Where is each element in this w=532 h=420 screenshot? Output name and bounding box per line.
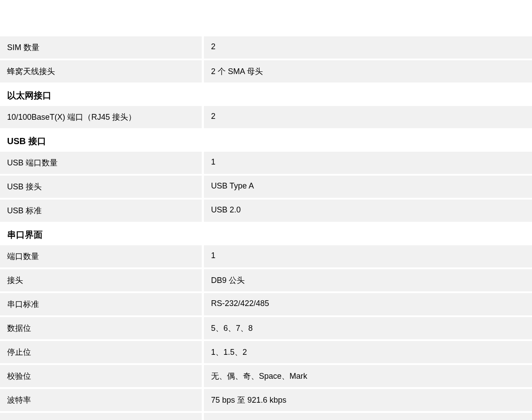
spec-value: USB 2.0	[204, 200, 532, 222]
section-title-usb: USB 接口	[0, 130, 532, 152]
spec-value: 2 个 SMA 母头	[204, 60, 532, 82]
spec-label: USB 端口数量	[0, 152, 202, 174]
spec-label: 停止位	[0, 341, 202, 363]
spec-value: 1	[204, 152, 532, 174]
spec-label: 波特率	[0, 389, 202, 411]
spec-label: USB 标准	[0, 200, 202, 222]
spec-value: 1	[204, 245, 532, 267]
spec-label: 接头	[0, 269, 202, 291]
table-row: 端口数量 1	[0, 245, 532, 267]
spec-label: USB 接头	[0, 176, 202, 198]
spec-label: Console 端口	[0, 413, 202, 420]
spec-label: 10/100BaseT(X) 端口（RJ45 接头）	[0, 106, 202, 128]
spec-value: USB Type A	[204, 176, 532, 198]
section-title-ethernet: 以太网接口	[0, 84, 532, 106]
spec-value: 无、偶、奇、Space、Mark	[204, 365, 532, 387]
section-title-serial: 串口界面	[0, 224, 532, 245]
table-row: Console 端口 RS-232（TxD、RxD、GND），4-pin 接头输…	[0, 413, 532, 420]
spec-value: RS-232/422/485	[204, 293, 532, 315]
table-row: 接头 DB9 公头	[0, 269, 532, 291]
table-row: SIM 数量 2	[0, 36, 532, 59]
table-row: USB 端口数量 1	[0, 152, 532, 174]
table-row: 蜂窝天线接头 2 个 SMA 母头	[0, 60, 532, 82]
spec-value: 2	[204, 106, 532, 128]
table-row: USB 接头 USB Type A	[0, 176, 532, 198]
table-row: USB 标准 USB 2.0	[0, 200, 532, 222]
spec-value: RS-232（TxD、RxD、GND），4-pin 接头输出（115200、n、…	[204, 413, 532, 420]
spec-value: 2	[204, 36, 532, 59]
table-row: 停止位 1、1.5、2	[0, 341, 532, 363]
spec-value: 1、1.5、2	[204, 341, 532, 363]
spec-value: 5、6、7、8	[204, 317, 532, 339]
spec-value: DB9 公头	[204, 269, 532, 291]
table-row: 波特率 75 bps 至 921.6 kbps	[0, 389, 532, 411]
table-row: 串口标准 RS-232/422/485	[0, 293, 532, 315]
spec-label: 端口数量	[0, 245, 202, 267]
spec-label: 串口标准	[0, 293, 202, 315]
spec-label: 数据位	[0, 317, 202, 339]
table-row: 10/100BaseT(X) 端口（RJ45 接头） 2	[0, 106, 532, 128]
spec-label: 校验位	[0, 365, 202, 387]
spec-container: SIM 数量 2 蜂窝天线接头 2 个 SMA 母头 以太网接口 10/100B…	[0, 0, 532, 420]
table-row: 校验位 无、偶、奇、Space、Mark	[0, 365, 532, 387]
spec-label: SIM 数量	[0, 36, 202, 59]
spec-label: 蜂窝天线接头	[0, 60, 202, 82]
spec-value: 75 bps 至 921.6 kbps	[204, 389, 532, 411]
table-row: 数据位 5、6、7、8	[0, 317, 532, 339]
